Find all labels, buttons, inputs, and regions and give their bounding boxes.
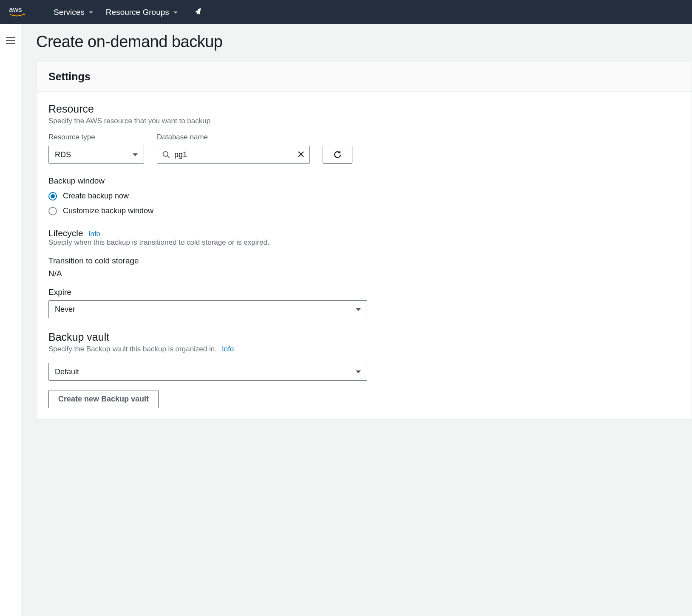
lifecycle-subtitle: Specify when this backup is transitioned… (48, 238, 680, 247)
svg-text:aws: aws (9, 6, 22, 14)
cold-storage-value: N/A (48, 269, 680, 278)
caret-down-icon (133, 153, 138, 156)
radio-icon (48, 192, 57, 201)
lifecycle-info-link[interactable]: Info (88, 230, 100, 238)
panel-header-title: Settings (48, 71, 680, 83)
resource-title: Resource (48, 103, 680, 115)
svg-line-2 (167, 156, 170, 158)
main-content: Create on-demand backup Settings Resourc… (21, 24, 692, 616)
nav-resource-groups-label: Resource Groups (106, 8, 169, 17)
resource-type-label: Resource type (48, 133, 144, 141)
nav-services-label: Services (54, 8, 85, 17)
vault-info-link[interactable]: Info (222, 345, 234, 353)
vault-title: Backup vault (48, 331, 680, 343)
sidebar-toggle[interactable] (0, 24, 21, 616)
backup-vault-section: Backup vault Specify the Backup vault th… (48, 331, 680, 408)
radio-create-now[interactable]: Create backup now (48, 192, 680, 201)
database-name-input-wrapper (157, 146, 310, 164)
page-title: Create on-demand backup (36, 33, 692, 51)
expire-select[interactable]: Never (48, 300, 367, 318)
expire-label: Expire (48, 288, 680, 297)
panel-header: Settings (37, 62, 692, 92)
vault-select[interactable]: Default (48, 363, 367, 381)
vault-value: Default (55, 367, 79, 376)
lifecycle-title: Lifecycle (48, 228, 83, 238)
pin-icon[interactable] (195, 8, 202, 17)
aws-logo[interactable]: aws (9, 6, 32, 19)
caret-down-icon (356, 370, 361, 373)
radio-customize-label: Customize backup window (63, 206, 153, 215)
resource-type-value: RDS (55, 150, 71, 159)
clear-icon[interactable] (298, 150, 304, 159)
radio-create-now-label: Create backup now (63, 192, 129, 201)
refresh-icon (333, 150, 342, 159)
chevron-down-icon (89, 11, 93, 14)
database-name-label: Database name (157, 133, 310, 141)
cold-storage-label: Transition to cold storage (48, 256, 680, 266)
refresh-button[interactable] (323, 146, 352, 164)
expire-value: Never (55, 305, 75, 314)
nav-resource-groups[interactable]: Resource Groups (106, 8, 178, 17)
database-name-input[interactable] (174, 150, 293, 159)
hamburger-icon (6, 35, 15, 616)
radio-customize[interactable]: Customize backup window (48, 206, 680, 215)
backup-window-label: Backup window (48, 176, 680, 186)
nav-services[interactable]: Services (54, 8, 93, 17)
search-icon (162, 151, 170, 158)
radio-icon (48, 207, 57, 215)
settings-panel: Settings Resource Specify the AWS resour… (36, 62, 692, 420)
caret-down-icon (356, 308, 361, 311)
lifecycle-section: Lifecycle Info Specify when this backup … (48, 228, 680, 318)
backup-window-section: Backup window Create backup now Customiz… (48, 176, 680, 215)
create-vault-button[interactable]: Create new Backup vault (48, 390, 159, 408)
svg-point-1 (163, 152, 168, 156)
vault-subtitle: Specify the Backup vault this backup is … (48, 345, 217, 353)
chevron-down-icon (173, 11, 178, 14)
resource-section: Resource Specify the AWS resource that y… (48, 103, 680, 164)
top-nav: aws Services Resource Groups (0, 0, 692, 24)
resource-subtitle: Specify the AWS resource that you want t… (48, 117, 680, 125)
resource-type-select[interactable]: RDS (48, 146, 144, 164)
